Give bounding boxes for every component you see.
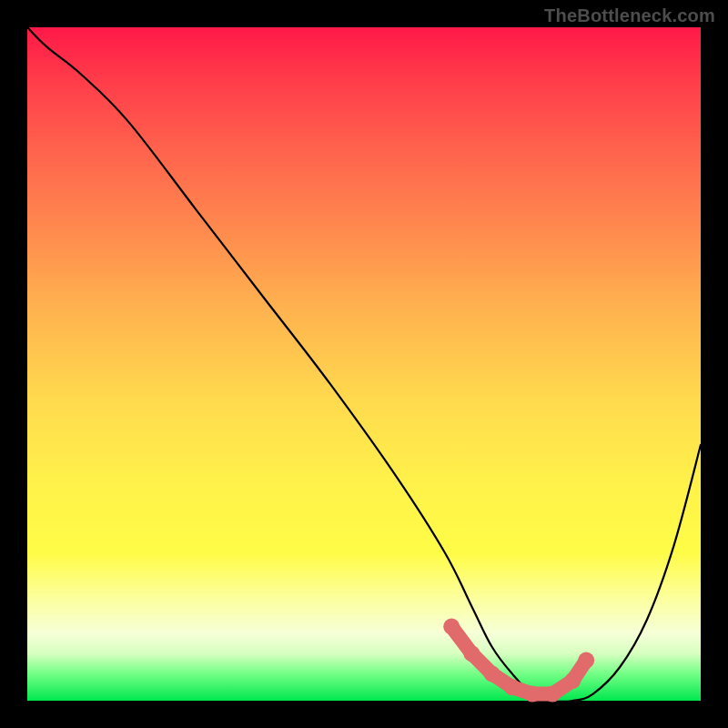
optimal-marker [524, 686, 541, 703]
bottleneck-curve [27, 27, 701, 702]
optimal-marker [504, 679, 521, 695]
optimal-marker [564, 672, 581, 689]
chart-container: TheBottleneck.com [0, 0, 728, 728]
optimal-range-markers [443, 619, 594, 703]
optimal-marker [544, 686, 561, 703]
plot-area [27, 27, 701, 701]
chart-overlay-svg [27, 27, 701, 701]
optimal-marker [463, 645, 480, 662]
optimal-marker [484, 665, 500, 682]
watermark-text: TheBottleneck.com [544, 5, 715, 26]
optimal-marker [578, 652, 594, 669]
optimal-marker [443, 619, 460, 635]
